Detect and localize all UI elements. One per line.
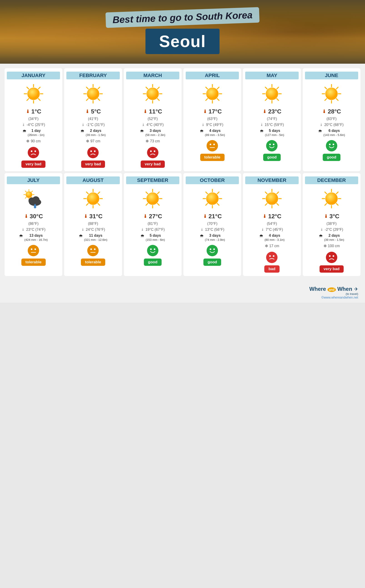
rating-badge: tolerable	[21, 259, 46, 266]
svg-line-62	[336, 99, 338, 100]
temp-high-f: (86°F)	[28, 222, 39, 226]
svg-line-5	[27, 87, 29, 89]
month-card-november: NOVEMBER 🌡12°C(54°F)🌡7°C (45°F)🌧4 days(8…	[243, 173, 301, 276]
snow-info: ❄97 cm	[86, 139, 100, 144]
month-card-april: APRIL 🌡17°C(63°F)🌡9°C (49°F)🌧4 days(89 m…	[183, 68, 241, 171]
month-card-march: MARCH 🌡11°C(52°F)🌡4°C (40°F)🌧3 days(58 m…	[124, 68, 182, 171]
svg-point-151	[332, 255, 334, 257]
svg-line-135	[277, 192, 279, 194]
temp-high-f: (41°F)	[88, 117, 98, 121]
temp-low: 🌡9°C (49°F)	[201, 123, 223, 127]
svg-line-129	[277, 203, 279, 205]
month-name: JANUARY	[7, 72, 60, 79]
temp-low: 🌡4°C (40°F)	[142, 123, 164, 127]
rating-container: good	[323, 140, 340, 161]
svg-point-88	[31, 248, 33, 250]
svg-line-111	[157, 192, 159, 194]
svg-line-145	[325, 192, 327, 194]
svg-point-69	[325, 88, 338, 100]
svg-line-27	[146, 99, 148, 100]
month-name: MAY	[245, 72, 298, 79]
svg-point-70	[326, 140, 337, 151]
svg-line-25	[157, 99, 159, 100]
temp-low: 🌡24°C (76°F)	[81, 228, 105, 232]
svg-line-50	[277, 99, 279, 100]
smiley-icon	[147, 147, 159, 159]
temp-high-f: (83°F)	[327, 117, 337, 121]
svg-point-32	[147, 88, 159, 100]
svg-point-113	[147, 245, 158, 256]
temp-high: 🌡5°C	[85, 108, 101, 115]
rain-info: 🌧5 days(153 mm - 6in)	[140, 234, 165, 242]
rating-badge: very bad	[141, 161, 165, 168]
month-card-june: JUNE 🌡28°C(83°F)🌡20°C (68°F)🌧6 days(143 …	[303, 68, 360, 171]
svg-line-41	[206, 87, 208, 89]
smiley-icon	[326, 251, 337, 264]
month-name: NOVEMBER	[245, 177, 298, 184]
temp-high-f: (70°F)	[207, 222, 218, 226]
rain-info: 🌧11 days(321 mm - 12.6in)	[79, 234, 107, 242]
svg-line-66	[325, 87, 327, 89]
rating-container: very bad	[21, 147, 45, 168]
temp-low: 🌡-1°C (31°F)	[81, 123, 105, 127]
svg-point-72	[332, 144, 334, 145]
svg-point-124	[206, 192, 218, 205]
smiley-icon	[326, 140, 337, 153]
month-card-december: DECEMBER 🌡3°C(38°F)🌡-2°C (29°F)🌧2 days(3…	[303, 173, 360, 276]
month-name: SEPTEMBER	[126, 177, 179, 184]
svg-point-8	[27, 88, 40, 100]
weather-icon	[83, 188, 103, 209]
svg-line-143	[325, 203, 327, 205]
rain-info: 🌧2 days(39 mm - 1.5in)	[80, 129, 106, 137]
svg-line-98	[98, 192, 100, 194]
svg-point-45	[207, 140, 218, 151]
rating-badge: good	[323, 154, 340, 161]
rain-info: 🌧2 days(39 mm - 1.5in)	[319, 234, 344, 242]
temp-low: 🌡15°C (59°F)	[260, 123, 284, 127]
snow-info: ❄100 cm	[323, 243, 340, 248]
temp-low: 🌡20°C (68°F)	[320, 123, 344, 127]
svg-point-89	[35, 248, 36, 250]
brand-sub: (to travel)	[346, 292, 358, 296]
svg-point-23	[94, 150, 96, 152]
svg-line-15	[86, 99, 88, 100]
svg-line-68	[336, 87, 338, 89]
temp-high-f: (52°F)	[148, 117, 158, 121]
city-name: Seoul	[159, 32, 206, 50]
temp-low: 🌡-2°C (29°F)	[320, 228, 343, 232]
svg-line-133	[265, 192, 267, 194]
month-card-february: FEBRUARY 🌡5°C(41°F)🌡-1°C (31°F)🌧2 days(3…	[64, 68, 122, 171]
svg-point-148	[325, 192, 338, 205]
rating-container: very bad	[141, 147, 165, 168]
month-name: FEBRUARY	[66, 72, 119, 79]
temp-low: 🌡23°C (74°F)	[21, 228, 45, 232]
temp-high: 🌡1°C	[26, 108, 41, 115]
svg-point-59	[269, 144, 271, 145]
svg-point-60	[273, 144, 274, 145]
weather-icon	[23, 188, 44, 209]
rain-info: 🌧1 day(26mm - 1in)	[22, 129, 45, 137]
month-card-september: SEPTEMBER 🌡27°C(81°F)🌡19°C (67°F)🌧5 days…	[124, 173, 182, 276]
rain-info: 🌧3 days(58 mm - 2.3in)	[140, 129, 165, 137]
rating-badge: very bad	[81, 161, 105, 168]
month-name: DECEMBER	[305, 177, 358, 184]
weather-icon	[23, 84, 44, 104]
page: Best time to go to South Korea Seoul JAN…	[0, 0, 365, 303]
svg-point-115	[154, 248, 155, 250]
svg-point-34	[150, 150, 152, 152]
rating-container: tolerable	[21, 245, 46, 266]
weather-icon	[262, 188, 282, 209]
temp-high: 🌡3°C	[324, 213, 340, 220]
svg-point-11	[35, 150, 36, 152]
temp-high: 🌡21°C	[203, 213, 222, 220]
svg-point-136	[266, 192, 278, 205]
month-name: MARCH	[126, 72, 179, 79]
smiley-icon	[266, 251, 278, 264]
svg-point-85	[34, 205, 36, 208]
svg-line-13	[98, 99, 100, 100]
months-row-1: JANUARY 🌡1°C(34°F)🌡-4°C (25°F)🌧1 day(26m…	[5, 68, 360, 171]
month-name: AUGUST	[66, 177, 119, 184]
footer: Where and When ✈ (to travel) ©www.wherea…	[0, 282, 365, 303]
temp-low: 🌡7°C (45°F)	[261, 228, 283, 232]
svg-line-37	[217, 99, 219, 100]
